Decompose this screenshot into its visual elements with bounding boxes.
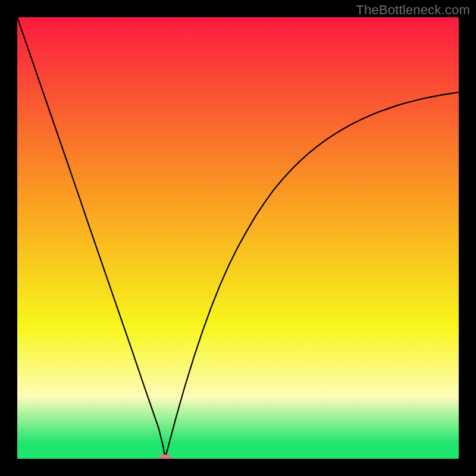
minimum-marker: [159, 455, 172, 459]
watermark-text: TheBottleneck.com: [356, 2, 470, 18]
svg-rect-0: [17, 17, 459, 459]
color-gradient-background: [17, 17, 459, 459]
plot-area: [17, 17, 459, 459]
